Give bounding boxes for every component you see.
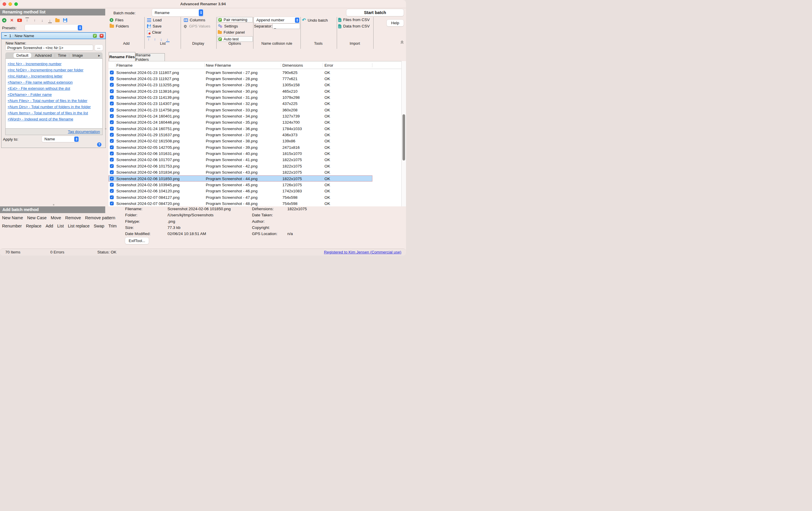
row-checkbox[interactable]: ✓ [110, 152, 114, 155]
new-name-input[interactable] [5, 45, 93, 51]
row-checkbox[interactable]: ✓ [110, 176, 114, 180]
batch-mode-select[interactable]: Rename [152, 9, 204, 17]
undo-batch-button[interactable]: ↶ Undo batch [302, 18, 328, 23]
table-row[interactable]: ✓Screenshot 2024-01-23 111927.pngProgram… [109, 76, 372, 82]
tag-link[interactable]: <Inc Alpha> - Incrementing letter [8, 73, 102, 79]
presets-select[interactable] [25, 25, 83, 31]
table-row[interactable]: ✓Screenshot 2024-01-29 151637.pngProgram… [109, 132, 372, 138]
method-close-icon[interactable]: ✕ [100, 34, 104, 38]
tag-link[interactable]: <Inc Nr> - Incrementing number [8, 61, 102, 67]
more-tabs-icon[interactable]: ▶ [98, 54, 100, 57]
files-from-csv-button[interactable]: Files from CSV [338, 18, 370, 22]
table-row[interactable]: ✓Screenshot 2024-01-23 113816.pngProgram… [109, 88, 372, 94]
row-checkbox[interactable]: ✓ [110, 164, 114, 168]
tag-link[interactable]: <Num Files> - Total number of files in t… [8, 97, 102, 104]
method-panel-header[interactable]: − 1 : New Name ✓ ✕ [1, 32, 106, 39]
row-checkbox[interactable]: ✓ [110, 114, 114, 118]
row-checkbox[interactable]: ✓ [110, 70, 114, 74]
list-load-button[interactable]: Load [147, 18, 162, 22]
batch-method-link[interactable]: Swap [93, 224, 104, 228]
row-checkbox[interactable]: ✓ [110, 183, 114, 187]
move-method-up-icon[interactable]: ↑ [32, 18, 37, 23]
data-from-csv-button[interactable]: Data from CSV [338, 24, 370, 28]
row-checkbox[interactable]: ✓ [110, 89, 114, 93]
open-preset-icon[interactable] [55, 18, 60, 23]
move-file-down-icon[interactable]: ↓ [160, 37, 162, 41]
row-checkbox[interactable]: ✓ [110, 139, 114, 143]
columns-button[interactable]: Columns [184, 18, 205, 22]
batch-method-link[interactable]: Replace [26, 224, 41, 228]
ellipsis-button[interactable]: ... [95, 45, 103, 51]
table-row[interactable]: ✓Screenshot 2024-02-06 101753.pngProgram… [109, 163, 372, 169]
remove-method-icon[interactable]: ✕ [9, 18, 14, 23]
row-checkbox[interactable]: ✓ [110, 108, 114, 112]
row-checkbox[interactable]: ✓ [110, 201, 114, 205]
batch-method-link[interactable]: New Case [27, 216, 47, 220]
column-header[interactable]: Filename [116, 63, 133, 67]
list-clear-button[interactable]: Clear [147, 30, 161, 34]
exiftool-button[interactable]: ExifTool... [125, 237, 149, 244]
row-checkbox[interactable]: ✓ [110, 145, 114, 149]
settings-button[interactable]: ⚙⚙ Settings [218, 24, 238, 28]
row-checkbox[interactable]: ✓ [110, 83, 114, 87]
batch-method-link[interactable]: Renumber [2, 224, 22, 228]
move-method-top-icon[interactable]: ↑ [25, 18, 30, 23]
tab-advanced[interactable]: Advanced [32, 53, 55, 58]
table-row[interactable]: ✓Screenshot 2024-02-06 101707.pngProgram… [109, 157, 372, 163]
gps-values-button[interactable]: GPS Values [184, 24, 210, 28]
clear-methods-icon[interactable]: ✕ [17, 18, 22, 23]
batch-method-link[interactable]: Trim [109, 224, 117, 228]
tag-link[interactable]: <Name> - File name without extension [8, 79, 102, 85]
batch-method-link[interactable]: Remove [65, 216, 81, 220]
tag-documentation-link[interactable]: Tag documentation [68, 130, 100, 134]
row-checkbox[interactable]: ✓ [110, 120, 114, 124]
help-button[interactable]: Help [387, 20, 404, 26]
splitter-handle-left[interactable] [53, 204, 54, 205]
table-row[interactable]: ✓Screenshot 2024-01-24 160751.pngProgram… [109, 125, 372, 132]
add-method-icon[interactable]: + [2, 18, 7, 23]
tag-link[interactable]: <Ext> - File extension without the dot [8, 85, 102, 91]
row-checkbox[interactable]: ✓ [110, 95, 114, 100]
batch-method-link[interactable]: List [57, 224, 64, 228]
auto-test-toggle[interactable]: ✓ Auto test [217, 36, 253, 42]
row-checkbox[interactable]: ✓ [110, 77, 114, 81]
collapse-icon[interactable]: − [4, 33, 7, 38]
table-row[interactable]: ✓Screenshot 2024-01-24 160446.pngProgram… [109, 119, 372, 125]
row-checkbox[interactable]: ✓ [110, 102, 114, 106]
add-folders-button[interactable]: Folders [110, 24, 129, 28]
move-method-down-icon[interactable]: ↓ [40, 18, 45, 23]
batch-method-link[interactable]: Remove pattern [85, 216, 115, 220]
tag-link[interactable]: <Num Items> - Total number of of files i… [8, 110, 102, 116]
table-row[interactable]: ✓Screenshot 2024-01-23 114139.pngProgram… [109, 94, 372, 100]
tag-link[interactable]: <Num Dirs> - Total number of folders in … [8, 104, 102, 110]
move-file-bottom-icon[interactable]: ↓ [167, 37, 169, 41]
tag-link[interactable]: <Inc NrDir> - Incrementing number per fo… [8, 67, 102, 73]
start-batch-button[interactable]: Start batch [346, 9, 404, 16]
batch-method-link[interactable]: New Name [2, 216, 23, 220]
row-checkbox[interactable]: ✓ [110, 195, 114, 199]
table-row[interactable]: ✓Screenshot 2024-01-24 160401.pngProgram… [109, 113, 372, 119]
pair-renaming-toggle[interactable]: ✓ Pair renaming [217, 17, 253, 23]
table-row[interactable]: ✓Screenshot 2024-02-06 101850.pngProgram… [109, 175, 372, 181]
apply-to-select[interactable]: Name [42, 136, 79, 142]
row-checkbox[interactable]: ✓ [110, 126, 114, 131]
tab-rename-files[interactable]: Rename Files [109, 52, 135, 61]
column-header[interactable]: Error [324, 63, 333, 67]
table-row[interactable]: ✓Screenshot 2024-02-07 084127.pngProgram… [109, 194, 372, 200]
table-row[interactable]: ✓Screenshot 2024-02-05 142705.pngProgram… [109, 144, 372, 150]
table-row[interactable]: ✓Screenshot 2024-01-23 113255.pngProgram… [109, 82, 372, 88]
tag-link[interactable]: <Word> - Indexed word of the filename [8, 116, 102, 122]
row-checkbox[interactable]: ✓ [110, 189, 114, 193]
table-scrollbar[interactable] [401, 61, 406, 206]
table-row[interactable]: ✓Screenshot 2024-02-06 101834.pngProgram… [109, 169, 372, 175]
collapse-toolbar-icon[interactable] [401, 41, 404, 44]
tab-default[interactable]: Default [13, 53, 31, 58]
move-method-bottom-icon[interactable]: ↓ [47, 18, 52, 23]
tag-link[interactable]: <DirName> - Folder name [8, 91, 102, 97]
table-row[interactable]: ✓Screenshot 2024-02-06 103945.pngProgram… [109, 181, 372, 188]
scrollbar-thumb[interactable] [403, 114, 405, 161]
save-preset-icon[interactable] [62, 18, 67, 23]
table-row[interactable]: ✓Screenshot 2024-01-23 111807.pngProgram… [109, 69, 372, 76]
separator-input[interactable] [272, 23, 300, 29]
table-row[interactable]: ✓Screenshot 2024-01-23 114307.pngProgram… [109, 101, 372, 107]
